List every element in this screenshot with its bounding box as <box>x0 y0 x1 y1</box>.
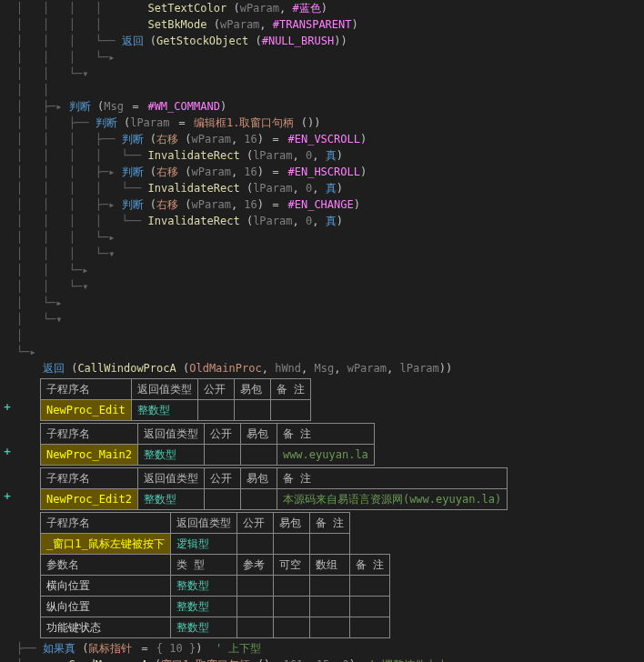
code-line: │ │ │ ├─▸ 判断 (右移 (wParam, 16) ＝ #EN_HSCR… <box>0 164 644 180</box>
code-line: │ │ └─▾ <box>0 65 644 82</box>
subroutine-table-4: 子程序名返回值类型公开易包备 注 _窗口1_鼠标左键被按下逻辑型 参数名类 型参… <box>40 512 390 638</box>
code-line: ├── 如果真 (鼠标指针 ＝ { 10 }) ' 上下型 <box>0 640 644 657</box>
return-type[interactable]: 逻辑型 <box>170 534 236 555</box>
code-line: │ │ │ │ └── InvalidateRect (lParam, 0, 真… <box>0 213 644 229</box>
code-line: │ │ ├── 判断 (lParam ＝ 编辑框1.取窗口句柄 ()) <box>0 115 644 131</box>
param-type[interactable]: 整数型 <box>170 597 236 617</box>
subroutine-name[interactable]: NewProc_Edit2 <box>41 489 138 510</box>
code-line: │ │ │ │ SetBkMode (wParam, #TRANSPARENT) <box>0 16 644 33</box>
code-line: │ └─▸ <box>0 295 644 311</box>
param-name[interactable]: 横向位置 <box>41 576 171 597</box>
subroutine-table-1: 子程序名返回值类型公开易包备 注 NewProc_Edit整数型 <box>40 378 311 421</box>
param-name[interactable]: 纵向位置 <box>41 597 171 617</box>
code-line: └─▸ <box>0 344 644 360</box>
param-type[interactable]: 整数型 <box>170 617 236 638</box>
subroutine-table-3: 子程序名返回值类型公开易包备 注 NewProc_Edit2整数型本源码来自易语… <box>40 467 508 510</box>
code-line: │ ├─▸ 判断 (Msg ＝ #WM_COMMAND) <box>0 98 644 115</box>
subroutine-name[interactable]: NewProc_Main2 <box>41 445 138 466</box>
code-line: │ │ │ └── 返回 (GetStockObject (#NULL_BRUS… <box>0 33 644 49</box>
code-line: │ └─▾ <box>0 311 644 327</box>
param-name[interactable]: 功能键状态 <box>41 617 171 638</box>
return-type[interactable]: 整数型 <box>137 445 204 466</box>
code-line: │ │ │ │ └── InvalidateRect (lParam, 0, 真… <box>0 147 644 164</box>
code-line: │ │ └─▸ <box>0 262 644 278</box>
code-line: │ │ │ │ └── InvalidateRect (lParam, 0, 真… <box>0 180 644 196</box>
code-line: │ <box>0 327 644 344</box>
code-line: │ │ │ └─▸ <box>0 229 644 246</box>
subroutine-name[interactable]: _窗口1_鼠标左键被按下 <box>41 534 171 555</box>
note-cell[interactable]: www.eyuyan.la <box>277 445 374 466</box>
code-line: │ │ └─▾ <box>0 278 644 295</box>
return-type[interactable]: 整数型 <box>137 489 204 510</box>
code-line: │ │ │ ├─▸ 判断 (右移 (wParam, 16) ＝ #EN_CHAN… <box>0 196 644 213</box>
code-line: 返回 (CallWindowProcA (OldMainProc, hWnd, … <box>0 360 644 376</box>
note-cell[interactable]: 本源码来自易语言资源网(www.eyuyan.la) <box>277 489 507 510</box>
subroutine-name[interactable]: NewProc_Edit <box>41 400 132 421</box>
code-line: │ │ │ │ SetTextColor (wParam, #蓝色) <box>0 0 644 16</box>
add-icon[interactable]: ＋ <box>2 487 13 504</box>
code-line: │ │ <box>0 82 644 98</box>
code-editor[interactable]: │ │ │ │ SetTextColor (wParam, #蓝色) │ │ │… <box>0 0 644 662</box>
add-icon[interactable]: ＋ <box>2 443 13 459</box>
return-type[interactable]: 整数型 <box>131 400 197 421</box>
code-line: │ │ │ └─▸ <box>0 49 644 65</box>
code-line: │ │ │ └─▾ <box>0 246 644 262</box>
code-line: │ │ │ ├── 判断 (右移 (wParam, 16) ＝ #EN_VSCR… <box>0 131 644 147</box>
param-type[interactable]: 整数型 <box>170 576 236 597</box>
code-line: │ SendMessageA (窗口1.取窗口句柄 (), 161, 15, 0… <box>0 657 644 662</box>
add-icon[interactable]: ＋ <box>2 398 13 415</box>
subroutine-table-2: 子程序名返回值类型公开易包备 注 NewProc_Main2整数型www.eyu… <box>40 423 375 466</box>
